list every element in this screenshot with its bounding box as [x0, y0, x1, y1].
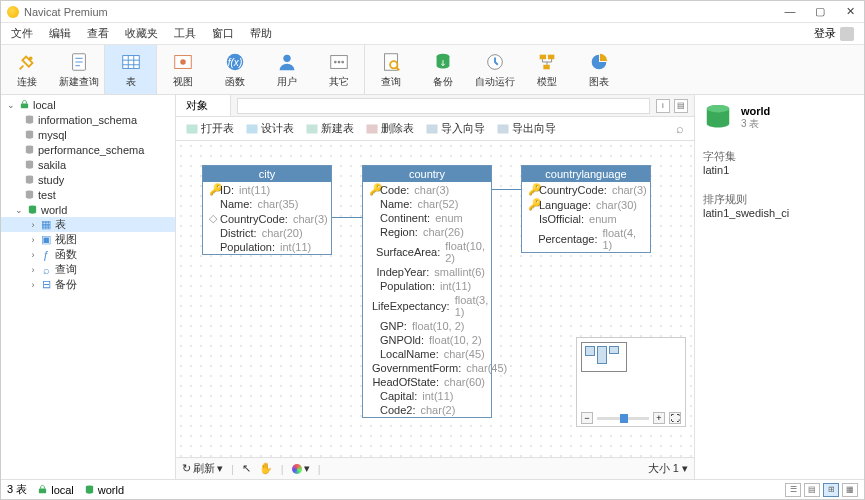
db-child-qr[interactable]: ›⌕查询: [1, 262, 175, 277]
erd-column[interactable]: IsOfficial: enum: [522, 212, 650, 226]
menu-tools[interactable]: 工具: [174, 26, 196, 41]
erd-column[interactable]: 🔑Code: char(3): [363, 182, 491, 197]
view-detail-button[interactable]: ▤: [804, 483, 820, 497]
zoom-label[interactable]: 大小 1 ▾: [648, 461, 688, 476]
status-connection[interactable]: local: [37, 484, 74, 496]
action-导出向导[interactable]: 导出向导: [497, 121, 556, 136]
menu-file[interactable]: 文件: [11, 26, 33, 41]
erd-table-countrylanguage[interactable]: countrylanguage🔑CountryCode: char(3)🔑Lan…: [521, 165, 651, 253]
db-child-tbl[interactable]: ›▦表: [1, 217, 175, 232]
toolbar-user-button[interactable]: 用户: [261, 45, 313, 94]
erd-table-header[interactable]: city: [203, 166, 331, 182]
action-设计表[interactable]: 设计表: [246, 121, 294, 136]
database-node[interactable]: test: [1, 187, 175, 202]
erd-column[interactable]: Name: char(35): [203, 197, 331, 211]
toolbar-dots-button[interactable]: 其它: [313, 45, 365, 94]
toolbar-model-button[interactable]: 模型: [521, 45, 573, 94]
zoom-slider[interactable]: [597, 417, 649, 420]
erd-column[interactable]: District: char(20): [203, 226, 331, 240]
maximize-button[interactable]: ▢: [812, 5, 828, 18]
erd-column[interactable]: LocalName: char(45): [363, 347, 491, 361]
database-node[interactable]: performance_schema: [1, 142, 175, 157]
key-icon: 🔑: [369, 183, 377, 196]
search-icon[interactable]: ⌕: [676, 121, 684, 136]
database-node-open[interactable]: ⌄world: [1, 202, 175, 217]
view-list-button[interactable]: ☰: [785, 483, 801, 497]
erd-column[interactable]: HeadOfState: char(60): [363, 375, 491, 389]
connection-tree[interactable]: ⌄localinformation_schemamysqlperformance…: [1, 95, 176, 479]
minimap-viewport[interactable]: [581, 342, 627, 372]
zoom-out-button[interactable]: −: [581, 412, 593, 424]
erd-column[interactable]: Continent: enum: [363, 211, 491, 225]
action-删除表[interactable]: 删除表: [366, 121, 414, 136]
menu-window[interactable]: 窗口: [212, 26, 234, 41]
erd-column[interactable]: SurfaceArea: float(10, 2): [363, 239, 491, 265]
toolbar-table-button[interactable]: 表: [105, 45, 157, 94]
erd-table-city[interactable]: city🔑ID: int(11)Name: char(35)◇CountryCo…: [202, 165, 332, 255]
erd-column[interactable]: 🔑CountryCode: char(3): [522, 182, 650, 197]
db-child-vw[interactable]: ›▣视图: [1, 232, 175, 247]
color-picker-button[interactable]: ▾: [292, 462, 310, 475]
login-link[interactable]: 登录: [814, 26, 836, 41]
erd-column[interactable]: Name: char(52): [363, 197, 491, 211]
erd-column[interactable]: 🔑ID: int(11): [203, 182, 331, 197]
toolbar-doc-button[interactable]: 新建查询: [53, 45, 105, 94]
erd-column[interactable]: Capital: int(11): [363, 389, 491, 403]
database-node[interactable]: mysql: [1, 127, 175, 142]
database-node[interactable]: information_schema: [1, 112, 175, 127]
avatar-icon[interactable]: [840, 27, 854, 41]
erd-column[interactable]: GovernmentForm: char(45): [363, 361, 491, 375]
db-child-fn[interactable]: ›ƒ函数: [1, 247, 175, 262]
erd-table-header[interactable]: country: [363, 166, 491, 182]
view-erd-button[interactable]: ⊞: [823, 483, 839, 497]
tab-objects[interactable]: 对象: [176, 95, 231, 116]
erd-column[interactable]: IndepYear: smallint(6): [363, 265, 491, 279]
erd-table-header[interactable]: countrylanguage: [522, 166, 650, 182]
erd-column[interactable]: Code2: char(2): [363, 403, 491, 417]
minimap[interactable]: − + ⛶: [576, 337, 686, 427]
erd-column[interactable]: Region: char(26): [363, 225, 491, 239]
erd-table-country[interactable]: country🔑Code: char(3)Name: char(52)Conti…: [362, 165, 492, 418]
database-node[interactable]: sakila: [1, 157, 175, 172]
erd-column[interactable]: ◇CountryCode: char(3): [203, 211, 331, 226]
zoom-fit-button[interactable]: ⛶: [669, 412, 681, 424]
erd-column[interactable]: Percentage: float(4, 1): [522, 226, 650, 252]
toolbar-auto-button[interactable]: 自动运行: [469, 45, 521, 94]
view-grid-button[interactable]: ▦: [842, 483, 858, 497]
address-bar[interactable]: [237, 98, 650, 114]
toolbar-query-button[interactable]: 查询: [365, 45, 417, 94]
erd-canvas[interactable]: city🔑ID: int(11)Name: char(35)◇CountryCo…: [176, 141, 694, 457]
erd-column[interactable]: Population: int(11): [203, 240, 331, 254]
erd-column[interactable]: GNPOld: float(10, 2): [363, 333, 491, 347]
close-button[interactable]: ✕: [842, 5, 858, 18]
toolbar-backup-button[interactable]: 备份: [417, 45, 469, 94]
minimize-button[interactable]: —: [782, 5, 798, 18]
menu-edit[interactable]: 编辑: [49, 26, 71, 41]
zoom-in-button[interactable]: +: [653, 412, 665, 424]
list-toggle-icon[interactable]: ▤: [674, 99, 688, 113]
menu-favorites[interactable]: 收藏夹: [125, 26, 158, 41]
relation-line[interactable]: [332, 217, 362, 218]
hand-tool-button[interactable]: ✋: [259, 462, 273, 475]
info-toggle-icon[interactable]: i: [656, 99, 670, 113]
connection-node[interactable]: ⌄local: [1, 97, 175, 112]
database-node[interactable]: study: [1, 172, 175, 187]
toolbar-view-button[interactable]: 视图: [157, 45, 209, 94]
action-打开表[interactable]: 打开表: [186, 121, 234, 136]
menu-help[interactable]: 帮助: [250, 26, 272, 41]
toolbar-plug-button[interactable]: 连接: [1, 45, 53, 94]
db-child-bk[interactable]: ›⊟备份: [1, 277, 175, 292]
status-database[interactable]: world: [84, 484, 124, 496]
toolbar-fx-button[interactable]: f(x)函数: [209, 45, 261, 94]
action-新建表[interactable]: 新建表: [306, 121, 354, 136]
relation-line[interactable]: [492, 189, 521, 190]
action-导入向导[interactable]: 导入向导: [426, 121, 485, 136]
erd-column[interactable]: 🔑Language: char(30): [522, 197, 650, 212]
erd-column[interactable]: LifeExpectancy: float(3, 1): [363, 293, 491, 319]
erd-column[interactable]: GNP: float(10, 2): [363, 319, 491, 333]
menu-view[interactable]: 查看: [87, 26, 109, 41]
erd-column[interactable]: Population: int(11): [363, 279, 491, 293]
pointer-tool-button[interactable]: ↖: [242, 462, 251, 475]
toolbar-chart-button[interactable]: 图表: [573, 45, 625, 94]
refresh-button[interactable]: ↻ 刷新 ▾: [182, 461, 223, 476]
